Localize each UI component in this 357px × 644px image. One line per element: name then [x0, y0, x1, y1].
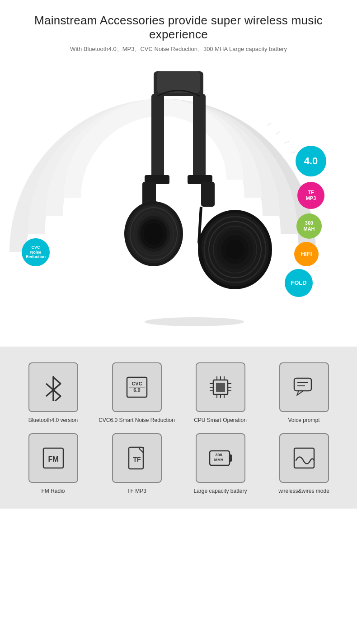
svg-point-23	[144, 223, 164, 245]
bubble-fold: FOLD	[285, 269, 313, 297]
main-title: Mainstream Accessories provide super wir…	[18, 14, 339, 42]
voice-label: Voice prompt	[288, 417, 319, 424]
features-grid: Bluetooth4.0 version CVC 6.0 CVC6.0 Smar…	[14, 362, 343, 495]
bubble-cvc: CVCNoiseReduction	[22, 238, 50, 266]
svg-rect-67	[230, 454, 232, 462]
tf-icon: TF	[123, 445, 150, 472]
bubble-bt40: 4.0	[296, 146, 326, 176]
svg-text:300: 300	[215, 453, 222, 457]
svg-text:MAH: MAH	[214, 458, 223, 462]
feature-tf: TF TF MP3	[97, 433, 176, 495]
feature-bluetooth: Bluetooth4.0 version	[14, 362, 93, 424]
svg-rect-16	[201, 182, 215, 207]
wireless-label: wireless&wires mode	[278, 487, 329, 495]
fm-icon: FM	[40, 445, 67, 472]
sub-title: With Bluetooth4.0、MP3、CVC Noise Reductio…	[18, 45, 339, 53]
svg-marker-36	[53, 377, 61, 390]
bubble-hifi: HIFI	[294, 242, 319, 266]
svg-text:CVC: CVC	[132, 381, 142, 386]
headphone-image	[84, 71, 273, 329]
feature-cvc: CVC 6.0 CVC6.0 Smart Noise Reduction	[97, 362, 176, 424]
voice-icon	[291, 374, 318, 401]
svg-line-5	[291, 152, 296, 153]
feature-wireless: wireless&wires mode	[264, 433, 343, 495]
cpu-icon-box	[196, 362, 245, 412]
svg-line-3	[276, 131, 280, 134]
wireless-icon	[291, 445, 318, 472]
bubble-tfmp3: TFMP3	[297, 182, 324, 209]
headphone-area: 4.0 TFMP3 300MAH HIFI FOLD CVCNoiseReduc…	[18, 58, 339, 347]
bottom-section: Bluetooth4.0 version CVC 6.0 CVC6.0 Smar…	[0, 347, 357, 509]
svg-point-35	[145, 317, 244, 326]
battery-label: Large capacity battery	[193, 487, 247, 495]
cvc-icon: CVC 6.0	[123, 374, 150, 401]
svg-rect-12	[193, 94, 206, 184]
svg-rect-11	[151, 94, 164, 184]
svg-rect-10	[157, 71, 200, 93]
cvc-icon-box: CVC 6.0	[112, 362, 162, 412]
fm-icon-box: FM	[28, 433, 78, 483]
tf-icon-box: TF	[112, 433, 162, 483]
top-section: Mainstream Accessories provide super wir…	[0, 0, 357, 347]
svg-rect-46	[216, 383, 225, 392]
feature-fm: FM FM Radio	[14, 433, 93, 495]
svg-line-4	[284, 141, 289, 144]
bubble-300mah: 300MAH	[296, 213, 322, 239]
svg-text:FM: FM	[48, 455, 58, 463]
cpu-label: CPU Smart Operation	[194, 417, 247, 424]
wireless-icon-box	[279, 433, 329, 483]
bluetooth-label: Bluetooth4.0 version	[28, 417, 78, 424]
tf-label: TF MP3	[127, 487, 146, 495]
svg-text:TF: TF	[133, 456, 141, 463]
battery-icon-box: 300 MAH	[196, 433, 245, 483]
voice-icon-box	[279, 362, 329, 412]
fm-label: FM Radio	[41, 487, 65, 495]
svg-point-31	[226, 240, 244, 259]
cvc-label: CVC6.0 Smart Noise Reduction	[99, 417, 175, 424]
bluetooth-icon-box	[28, 362, 78, 412]
feature-battery: 300 MAH Large capacity battery	[181, 433, 260, 495]
cpu-icon	[207, 374, 234, 401]
feature-voice: Voice prompt	[264, 362, 343, 424]
battery-icon: 300 MAH	[207, 445, 234, 472]
feature-cpu: CPU Smart Operation	[181, 362, 260, 424]
svg-rect-59	[294, 378, 311, 391]
bluetooth-icon	[40, 374, 67, 401]
svg-text:6.0: 6.0	[133, 387, 140, 393]
